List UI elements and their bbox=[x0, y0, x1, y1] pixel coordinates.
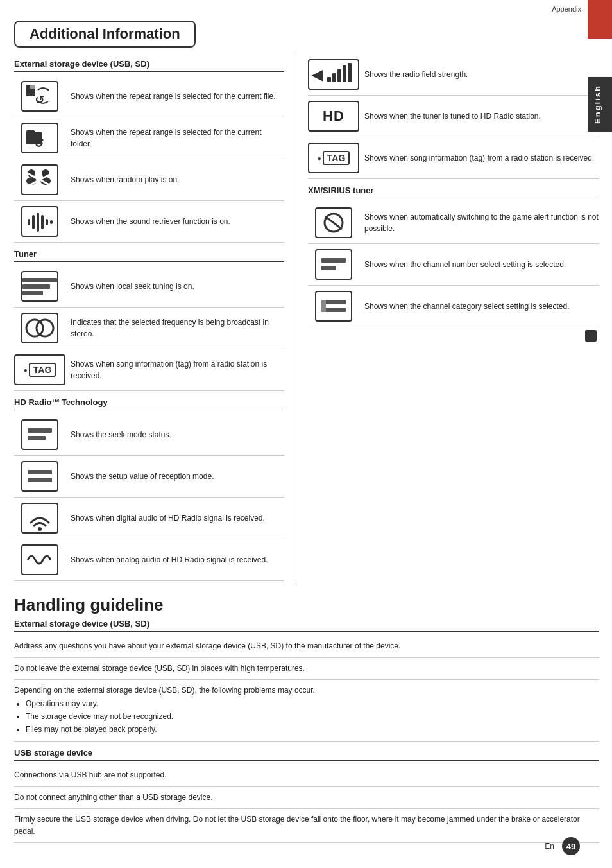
svg-rect-12 bbox=[32, 215, 35, 229]
repeat-file-icon-cell: ↺ bbox=[14, 81, 65, 112]
handling-block: Do not connect anything other than a USB… bbox=[14, 787, 599, 809]
handling-block: Connections via USB hub are not supporte… bbox=[14, 765, 599, 786]
channel-cat-icon-cell bbox=[308, 291, 359, 322]
svg-point-17 bbox=[26, 320, 43, 336]
tag-desc-tuner: Shows when song information (tag) from a… bbox=[65, 358, 284, 381]
stereo-desc: Indicates that the selected frequency is… bbox=[65, 317, 284, 340]
page: Appendix English Additional Information … bbox=[0, 0, 612, 868]
svg-rect-36 bbox=[321, 300, 326, 312]
random-desc: Shows when random play is on. bbox=[65, 174, 284, 186]
channel-cat-icon bbox=[315, 291, 352, 322]
channel-num-icon-cell bbox=[308, 249, 359, 280]
radio-strength-desc: Shows the radio field strength. bbox=[359, 69, 599, 80]
list-item: Operations may vary. bbox=[26, 698, 599, 710]
svg-rect-25 bbox=[327, 77, 331, 82]
list-item: The storage device may not be recognized… bbox=[26, 711, 599, 723]
handling-block: Do not leave the external storage device… bbox=[14, 658, 599, 680]
handling-usb-storage: USB storage device Connections via USB h… bbox=[14, 748, 599, 843]
stereo-icon bbox=[21, 313, 58, 343]
sound-retriever-icon-cell bbox=[14, 206, 65, 237]
handling-block: Depending on the external storage device… bbox=[14, 680, 599, 742]
list-item: ● TAG Shows when song information (tag) … bbox=[308, 137, 599, 179]
svg-rect-2 bbox=[30, 85, 35, 89]
seek-mode-icon bbox=[21, 419, 58, 450]
local-seek-desc: Shows when local seek tuning is on. bbox=[65, 281, 284, 292]
analog-audio-desc: Shows when analog audio of HD Radio sign… bbox=[65, 554, 284, 566]
wave-icon-cell bbox=[14, 544, 65, 575]
svg-rect-28 bbox=[343, 65, 346, 82]
list-item: Shows when digital audio of HD Radio sig… bbox=[14, 498, 284, 539]
svg-rect-13 bbox=[37, 213, 39, 232]
ext-storage-divider bbox=[14, 71, 284, 72]
list-item: Shows when analog audio of HD Radio sign… bbox=[14, 539, 284, 581]
handling-ext-storage-divider bbox=[14, 631, 599, 632]
sound-retriever-desc: Shows when the sound retriever function … bbox=[65, 216, 284, 227]
list-item: HD Shows when the tuner is tuned to HD R… bbox=[308, 96, 599, 137]
sound-retriever-icon bbox=[21, 206, 58, 237]
svg-text:↺: ↺ bbox=[34, 137, 44, 150]
svg-rect-32 bbox=[321, 258, 346, 263]
repeat-folder-icon-cell: ↺ bbox=[14, 123, 65, 153]
handling-title: Handling guideline bbox=[14, 595, 599, 615]
channel-num-icon bbox=[315, 249, 352, 280]
svg-line-31 bbox=[325, 216, 342, 229]
hd-radio-title: HD RadioTM Technology bbox=[14, 397, 284, 407]
handling-usb-divider bbox=[14, 760, 599, 761]
svg-rect-20 bbox=[28, 436, 46, 440]
list-item: Shows the setup value of reception mode. bbox=[14, 456, 284, 498]
svg-rect-27 bbox=[337, 69, 341, 82]
ext-storage-title: External storage device (USB, SD) bbox=[14, 59, 284, 69]
analog-audio-icon bbox=[21, 544, 58, 575]
english-tab: English bbox=[588, 77, 612, 132]
right-column: ◀ Shows the radio field strength. bbox=[296, 54, 599, 581]
local-seek-icon bbox=[21, 271, 58, 302]
hd-text-icon-cell: HD bbox=[308, 101, 359, 132]
square-icon bbox=[585, 330, 597, 342]
page-title: Additional Information bbox=[14, 21, 196, 48]
tag-desc-right: Shows when song information (tag) from a… bbox=[359, 152, 599, 164]
svg-rect-16 bbox=[50, 220, 53, 224]
list-item: Shows when the channel category select s… bbox=[308, 286, 599, 327]
tag-icon-tuner: ● TAG bbox=[14, 354, 65, 385]
svg-point-23 bbox=[38, 527, 42, 531]
repeat-file-desc: Shows when the repeat range is selected … bbox=[65, 91, 284, 102]
handling-usb-title: USB storage device bbox=[14, 748, 599, 758]
hd-text-desc: Shows when the tuner is tuned to HD Radi… bbox=[359, 110, 599, 122]
seek-bars-icon-cell bbox=[14, 271, 65, 302]
svg-rect-14 bbox=[41, 215, 44, 229]
svg-rect-26 bbox=[332, 73, 336, 82]
random-icon-cell bbox=[14, 164, 65, 195]
channel-cat-desc: Shows when the channel category select s… bbox=[359, 300, 599, 312]
en-label: En bbox=[545, 842, 554, 851]
tag-icon-cell-right: ● TAG bbox=[308, 143, 359, 173]
radio-strength-icon-cell: ◀ bbox=[308, 59, 359, 90]
wifi-icon-cell bbox=[14, 503, 65, 534]
two-col-layout: External storage device (USB, SD) bbox=[0, 54, 612, 581]
hd-text-icon: HD bbox=[308, 101, 359, 132]
channel-num-desc: Shows when the channel number select set… bbox=[359, 259, 599, 270]
svg-rect-11 bbox=[28, 219, 30, 225]
list-item: Files may not be played back properly. bbox=[26, 724, 599, 736]
xm-sirius-divider bbox=[308, 198, 599, 198]
digital-audio-desc: Shows when digital audio of HD Radio sig… bbox=[65, 512, 284, 524]
page-number: 49 bbox=[562, 837, 580, 855]
handling-ext-storage-title: External storage device (USB, SD) bbox=[14, 619, 599, 629]
svg-text:↺: ↺ bbox=[35, 94, 44, 107]
repeat-folder-icon: ↺ bbox=[21, 123, 58, 153]
handling-block: Address any questions you have about you… bbox=[14, 636, 599, 657]
tuner-divider bbox=[14, 261, 284, 262]
no-symbol-desc: Shows when automatically switching to th… bbox=[359, 211, 599, 234]
svg-rect-22 bbox=[28, 478, 52, 482]
list-item: Shows when random play is on. bbox=[14, 159, 284, 201]
ext-storage-section: External storage device (USB, SD) bbox=[14, 59, 284, 243]
handling-block: Firmly secure the USB storage device whe… bbox=[14, 809, 599, 843]
tuner-title: Tuner bbox=[14, 249, 284, 259]
left-column: External storage device (USB, SD) bbox=[14, 54, 296, 581]
list-item: ◀ Shows the radio field strength. bbox=[308, 54, 599, 96]
list-item: ↺ Shows when the repeat range is selecte… bbox=[14, 117, 284, 159]
page-number-area: 49 bbox=[562, 837, 580, 855]
handling-ext-storage: External storage device (USB, SD) Addres… bbox=[14, 619, 599, 742]
no-symbol-icon bbox=[315, 207, 352, 238]
tag-icon-right: ● TAG bbox=[308, 143, 359, 173]
list-item: Shows when local seek tuning is on. bbox=[14, 266, 284, 308]
